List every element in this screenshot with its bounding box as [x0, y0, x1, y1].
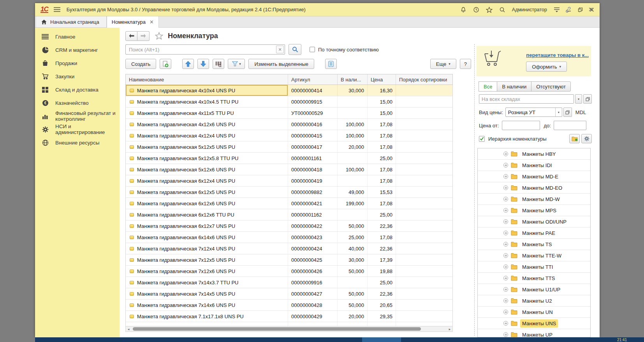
availability-tab[interactable]: Все	[479, 81, 497, 92]
cart-drop-area[interactable]: перетащите товары в к... Оформить▾	[477, 46, 591, 76]
create-group-button[interactable]	[160, 59, 171, 69]
create-button[interactable]: Создать	[125, 59, 156, 69]
group-actions-button[interactable]	[569, 134, 580, 143]
main-menu-icon[interactable]	[54, 7, 60, 12]
tree-item[interactable]: Манжеты MD-E	[478, 171, 590, 182]
expand-icon[interactable]	[503, 185, 508, 190]
table-row[interactable]: Манжета гидравлическая 4x11x5 TTU PU УТ0…	[126, 108, 452, 119]
tree-item[interactable]: Манжеты PAE	[478, 227, 590, 239]
expand-icon[interactable]	[503, 321, 508, 326]
close-form-icon[interactable]: ✕	[588, 6, 593, 13]
expand-icon[interactable]	[503, 332, 508, 337]
tree-item[interactable]: Манжеты HBY	[478, 148, 590, 160]
table-row[interactable]: Манжета гидравлическая 7x12x6 UNS PU 000…	[126, 266, 452, 277]
tree-item[interactable]: Манжеты TTS	[478, 273, 590, 284]
search-input[interactable]	[125, 44, 285, 55]
move-up-button[interactable]	[182, 59, 194, 69]
table-row[interactable]: Манжета гидравлическая 6x12x5 UNS PU 000…	[126, 187, 452, 198]
favorites-star-icon[interactable]	[486, 7, 493, 13]
expand-icon[interactable]	[503, 298, 508, 303]
more-button[interactable]: Еще▾	[430, 59, 456, 69]
table-row[interactable]: Манжета гидравлическая 7.1x17.1x8 UNS PU…	[126, 311, 452, 322]
exact-match-checkbox[interactable]	[310, 47, 315, 52]
expand-icon[interactable]	[503, 287, 508, 292]
tree-item[interactable]: Манжеты MD-W	[478, 194, 590, 205]
tree-settings-button[interactable]	[581, 134, 592, 143]
tree-item[interactable]: Манжеты TTI	[478, 261, 590, 273]
table-row[interactable]: Манжета гидравлическая 6x12x6 UNS PU 000…	[126, 198, 452, 209]
expand-icon[interactable]	[503, 174, 508, 179]
hierarchy-checkbox[interactable]	[479, 136, 485, 142]
price-to-input[interactable]	[554, 121, 586, 130]
table-row[interactable]: Манжета гидравлическая 7x12x4 UNS PU 000…	[126, 243, 452, 254]
expand-icon[interactable]	[503, 152, 508, 156]
search-button[interactable]	[289, 44, 301, 55]
tab-close-icon[interactable]: ✕	[150, 19, 154, 25]
filter-button[interactable]: ▾	[228, 59, 245, 69]
price-type-open-icon[interactable]	[563, 108, 572, 117]
get-link-icon[interactable]	[564, 7, 571, 13]
horizontal-scrollbar[interactable]: ◂ ▸	[125, 326, 453, 332]
warehouse-input[interactable]	[479, 94, 574, 104]
sidebar-item-sales[interactable]: Продажи	[35, 56, 120, 70]
price-type-select[interactable]: Розница УТ ▾	[505, 108, 562, 117]
tree-item[interactable]: Манжеты TTE-W	[478, 250, 590, 261]
service-menu-icon[interactable]	[554, 7, 560, 12]
tree-item[interactable]: Манжеты UNS	[478, 318, 590, 329]
barcode-scan-button[interactable]	[213, 59, 224, 69]
price-type-caret-icon[interactable]: ▾	[555, 108, 562, 116]
tree-item[interactable]: Манжеты UN	[478, 307, 590, 318]
move-down-button[interactable]	[197, 59, 209, 69]
table-row[interactable]: Манжета гидравлическая 6x14x6 UNS PU 000…	[126, 232, 452, 243]
scroll-left-icon[interactable]: ◂	[126, 326, 131, 331]
notifications-bell-icon[interactable]	[460, 7, 466, 13]
expand-icon[interactable]	[503, 197, 508, 201]
sidebar-item-main[interactable]: Главное	[35, 30, 120, 43]
expand-icon[interactable]	[503, 231, 508, 235]
forward-button[interactable]	[137, 31, 150, 41]
availability-tab[interactable]: В наличии	[497, 81, 531, 92]
more-actions-icon[interactable]: ⋮	[577, 8, 582, 12]
table-row[interactable]: Манжета гидравлическая 7x14x6 UNS PU 000…	[126, 300, 452, 311]
sidebar-item-warehouse[interactable]: Склад и доставка	[35, 83, 120, 96]
sidebar-item-purchases[interactable]: Закупки	[35, 70, 120, 83]
table-row[interactable]: Манжета гидравлическая 7x14x5 UNS PU 000…	[126, 288, 452, 300]
drag-items-link[interactable]: перетащите товары в к...	[526, 52, 589, 58]
edit-selected-button[interactable]: Изменить выделенные	[248, 59, 314, 69]
warehouse-open-icon[interactable]	[583, 94, 592, 104]
back-button[interactable]	[125, 31, 137, 41]
sidebar-item-crm[interactable]: CRM и маркетинг	[35, 43, 120, 56]
expand-icon[interactable]	[503, 219, 508, 224]
tree-item[interactable]: Манжеты IDI	[478, 160, 590, 171]
table-row[interactable]: Манжета гидравлическая 5x12x6 UNS PU 000…	[126, 164, 452, 175]
expand-icon[interactable]	[503, 276, 508, 280]
tree-item[interactable]: Манжеты ODI/UNP	[478, 216, 590, 227]
os-taskbar[interactable]: 21:41	[35, 337, 644, 342]
expand-icon[interactable]	[503, 208, 508, 213]
expand-icon[interactable]	[503, 163, 508, 167]
expand-icon[interactable]	[503, 310, 508, 314]
sidebar-item-treasury[interactable]: € Казначейство	[35, 96, 120, 109]
scrollbar-thumb[interactable]	[133, 327, 421, 331]
tab-home-page[interactable]: Начальная страница	[37, 16, 107, 27]
table-row[interactable]: Манжета гидравлическая 6x12x6 TTU PU 000…	[126, 209, 452, 220]
sidebar-item-admin[interactable]: НСИ и администрирование	[35, 123, 120, 136]
table-row[interactable]: Манжета гидравлическая 4x10x4.5 TTU PU 0…	[126, 96, 452, 108]
tree-item[interactable]: Манжеты MD-EO	[478, 182, 590, 194]
expand-icon[interactable]	[503, 264, 508, 269]
sidebar-item-finance[interactable]: Финансовый результат и контроллинг	[35, 109, 120, 123]
current-user[interactable]: Администратор	[512, 7, 547, 12]
table-row[interactable]: Манжета гидравлическая 7x12x5 UNS PU 000…	[126, 254, 452, 266]
table-row[interactable]: Манжета гидравлическая 4x12x4 UNS PU 000…	[126, 130, 452, 141]
table-row[interactable]: Манжета гидравлическая 6x12x7 UNS PU 000…	[126, 220, 452, 232]
column-header-stock[interactable]: В нали...	[338, 74, 368, 85]
column-header-price[interactable]: Цена	[368, 74, 396, 85]
table-row[interactable]: Манжета гидравлическая 5x12x5 UNS PU 000…	[126, 141, 452, 153]
table-row[interactable]: Манжета гидравлическая 6x12x4 UNS PU 000…	[126, 175, 452, 187]
scrollbar-track[interactable]	[131, 326, 447, 331]
expand-icon[interactable]	[503, 242, 508, 247]
column-header-sort-order[interactable]: Порядок сортировки	[396, 74, 453, 85]
clear-search-icon[interactable]: ✕	[276, 46, 284, 53]
history-icon[interactable]	[473, 7, 479, 13]
taskbar-active-app[interactable]	[362, 337, 401, 342]
